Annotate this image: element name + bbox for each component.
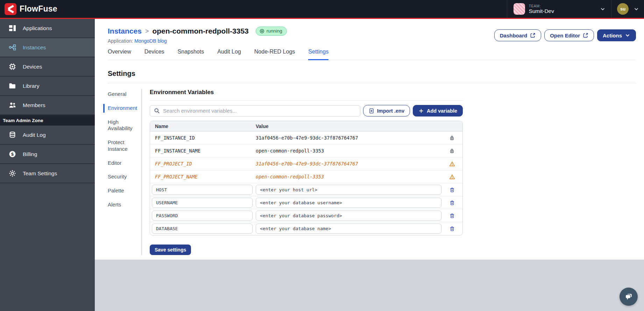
env-var-value: open-common-redpoll-3353	[256, 174, 441, 179]
warning-icon	[449, 174, 455, 180]
tab-snapshots[interactable]: Snapshots	[178, 49, 204, 60]
chat-bubbles-icon	[623, 291, 634, 302]
members-icon	[9, 101, 16, 109]
sidebar-item-applications[interactable]: Applications	[0, 19, 95, 38]
running-status-icon	[260, 29, 264, 34]
settings-title: Settings	[108, 70, 636, 78]
applications-icon	[9, 24, 16, 32]
env-var-name: FF_INSTANCE_ID	[150, 135, 256, 141]
subnav-security[interactable]: Security	[108, 174, 138, 180]
row-state	[441, 148, 462, 154]
team-admin-zone-label: Team Admin Zone	[0, 115, 95, 126]
tab-devices[interactable]: Devices	[144, 49, 164, 60]
env-var-value-input[interactable]	[256, 224, 441, 234]
chevron-down-icon	[600, 6, 606, 12]
plus-icon	[418, 108, 424, 114]
sidebar-item-library[interactable]: Library	[0, 77, 95, 96]
subnav-alerts[interactable]: Alerts	[108, 202, 138, 208]
tab-settings[interactable]: Settings	[308, 49, 328, 60]
save-settings-button[interactable]: Save settings	[150, 245, 191, 255]
subnav-environment[interactable]: Environment	[108, 105, 138, 112]
env-var-name-input[interactable]	[152, 185, 253, 195]
team-meta: TEAM: Sumit-Dev	[529, 4, 554, 14]
settings-divider	[108, 83, 636, 83]
import-env-button[interactable]: Import .env	[363, 105, 410, 116]
application-label: Application:	[108, 38, 133, 44]
external-link-icon	[530, 33, 536, 38]
search-icon	[154, 108, 160, 114]
application-link[interactable]: MongoDB blog	[134, 38, 167, 44]
environment-toolbar: Import .env Add variable	[150, 105, 463, 116]
instance-tabs: Overview Devices Snapshots Audit Log Nod…	[108, 49, 636, 60]
sidebar-item-members[interactable]: Members	[0, 96, 95, 115]
sidebar-item-team-settings[interactable]: Team Settings	[0, 164, 95, 183]
row-actions	[441, 226, 462, 232]
breadcrumb: Instances > open-common-redpoll-3353 run…	[108, 27, 287, 36]
table-row-deprecated: FF_PROJECT_NAME open-common-redpoll-3353	[150, 170, 462, 183]
dashboard-button[interactable]: Dashboard	[494, 29, 541, 41]
trash-icon[interactable]	[449, 226, 455, 232]
dashboard-button-label: Dashboard	[500, 33, 527, 38]
status-badge-label: running	[267, 28, 282, 34]
env-var-value: 31af0456-e70b-47e9-93dc-37f876764767	[256, 135, 441, 141]
import-file-icon	[369, 108, 374, 114]
trash-icon[interactable]	[449, 200, 455, 206]
table-row-editable	[150, 222, 462, 235]
lock-icon	[449, 148, 455, 154]
env-var-name-input[interactable]	[152, 211, 253, 221]
page-header-left: Instances > open-common-redpoll-3353 run…	[108, 27, 287, 44]
user-menu[interactable]: su	[611, 0, 644, 18]
chat-widget-button[interactable]	[620, 288, 638, 306]
team-name: Sumit-Dev	[529, 8, 554, 14]
environment-variables-title: Environment Variables	[150, 89, 463, 101]
sidebar: Applications Instances Devices Library	[0, 19, 95, 311]
env-var-value-input[interactable]	[256, 198, 441, 208]
breadcrumb-instances-link[interactable]: Instances	[108, 27, 142, 35]
tab-overview[interactable]: Overview	[108, 49, 131, 60]
main-area: Instances > open-common-redpoll-3353 run…	[95, 19, 644, 311]
search-box	[150, 105, 360, 116]
status-badge: running	[256, 27, 287, 36]
sidebar-item-label: Devices	[23, 64, 42, 70]
actions-button[interactable]: Actions	[597, 29, 636, 41]
row-actions	[441, 213, 462, 219]
audit-log-icon	[9, 131, 16, 139]
sidebar-item-audit-log[interactable]: Audit Log	[0, 126, 95, 145]
row-actions	[441, 200, 462, 206]
subnav-general[interactable]: General	[108, 91, 138, 98]
sidebar-item-label: Audit Log	[23, 132, 46, 138]
trash-icon[interactable]	[449, 187, 455, 193]
subnav-editor[interactable]: Editor	[108, 160, 138, 167]
subnav-high-availability[interactable]: High Availability	[108, 119, 138, 132]
env-var-value-input[interactable]	[256, 185, 441, 195]
gear-icon	[9, 170, 16, 177]
environment-panel: Environment Variables	[150, 89, 463, 255]
devices-icon	[9, 63, 16, 70]
sidebar-item-instances[interactable]: Instances	[0, 38, 95, 57]
sidebar-item-label: Team Settings	[23, 170, 57, 177]
brand[interactable]: FlowFuse	[5, 3, 57, 15]
open-editor-button[interactable]: Open Editor	[544, 29, 594, 41]
sidebar-item-label: Applications	[23, 25, 52, 31]
open-editor-button-label: Open Editor	[550, 33, 580, 38]
env-var-name-input[interactable]	[152, 198, 253, 208]
env-var-value-input[interactable]	[256, 211, 441, 221]
user-avatar: su	[617, 3, 629, 15]
add-variable-button[interactable]: Add variable	[413, 105, 463, 116]
subnav-protect-instance[interactable]: Protect Instance	[108, 139, 138, 153]
add-variable-label: Add variable	[427, 108, 457, 114]
team-selector[interactable]: TEAM: Sumit-Dev	[507, 0, 611, 18]
trash-icon[interactable]	[449, 213, 455, 219]
env-var-name-input[interactable]	[152, 224, 253, 234]
flowfuse-logo-icon	[5, 3, 16, 15]
subnav-palette[interactable]: Palette	[108, 188, 138, 194]
settings-subnav: General Environment High Availability Pr…	[108, 89, 142, 255]
sidebar-item-devices[interactable]: Devices	[0, 57, 95, 77]
application-line: Application: MongoDB blog	[108, 38, 287, 44]
tab-audit-log[interactable]: Audit Log	[217, 49, 241, 60]
sidebar-item-label: Members	[23, 102, 45, 108]
svg-text:$: $	[11, 151, 14, 157]
sidebar-item-billing[interactable]: $ Billing	[0, 145, 95, 164]
search-input[interactable]	[163, 108, 356, 114]
tab-node-red-logs[interactable]: Node-RED Logs	[254, 49, 295, 60]
